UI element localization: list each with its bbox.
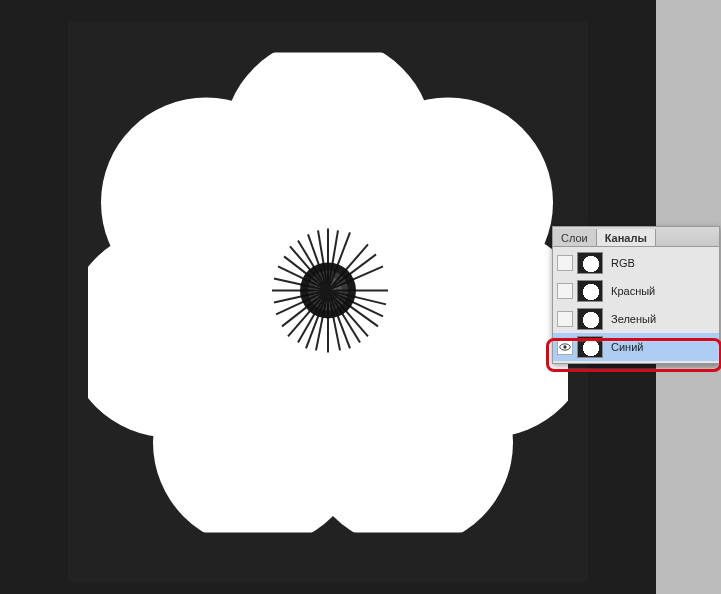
tab-channels[interactable]: Каналы	[597, 229, 656, 246]
channel-row-blue[interactable]: Синий	[553, 333, 719, 361]
channel-label: Синий	[607, 341, 715, 353]
channel-thumbnail-rgb	[577, 252, 603, 274]
channel-label: Красный	[607, 285, 715, 297]
eye-icon	[559, 343, 571, 351]
document-canvas[interactable]	[68, 22, 588, 582]
channel-row-green[interactable]: Зеленый	[553, 305, 719, 333]
channel-list: RGB Красный Зеленый Синий	[553, 247, 719, 363]
visibility-toggle-rgb[interactable]	[557, 255, 573, 271]
channel-thumbnail-green	[577, 308, 603, 330]
channel-thumbnail-blue	[577, 336, 603, 358]
panel-tabs: Слои Каналы	[553, 227, 719, 247]
channel-label: Зеленый	[607, 313, 715, 325]
tab-layers[interactable]: Слои	[553, 229, 597, 246]
svg-point-43	[563, 345, 566, 348]
channel-row-red[interactable]: Красный	[553, 277, 719, 305]
channel-row-rgb[interactable]: RGB	[553, 249, 719, 277]
channel-preview-image	[88, 52, 568, 532]
channel-label: RGB	[607, 257, 715, 269]
visibility-toggle-red[interactable]	[557, 283, 573, 299]
channel-thumbnail-red	[577, 280, 603, 302]
channels-panel: Слои Каналы RGB Красный Зеленый	[552, 226, 720, 364]
visibility-toggle-blue[interactable]	[557, 339, 573, 355]
visibility-toggle-green[interactable]	[557, 311, 573, 327]
